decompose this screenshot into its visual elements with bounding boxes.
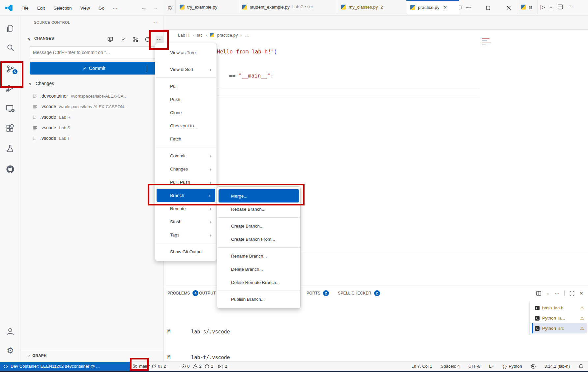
- menu-item-fetch[interactable]: Fetch: [155, 132, 217, 145]
- menu-edit[interactable]: Edit: [33, 4, 49, 12]
- change-row-devcontainer[interactable]: .devcontainer /workspaces/labs-ALEX-CA..: [20, 91, 163, 101]
- account-icon[interactable]: [5, 326, 15, 336]
- menu-item-clone[interactable]: Clone: [155, 106, 217, 119]
- change-row-vscode-2[interactable]: .vscode Lab R: [20, 112, 163, 122]
- cursor-position-item[interactable]: Ln 7, Col 1: [411, 364, 432, 369]
- changes-section-title[interactable]: CHANGES: [34, 36, 54, 40]
- branch-status-item[interactable]: main*: [132, 362, 150, 371]
- change-row-vscode-1[interactable]: .vscode /workspaces/labs-ALEX-CASSON-..: [20, 102, 163, 111]
- tab-fragment-st[interactable]: st: [517, 0, 538, 14]
- submenu-item-create-branch-from[interactable]: Create Branch From...: [217, 232, 300, 246]
- tab-try-example[interactable]: try_example.py: [176, 0, 238, 14]
- remote-explorer-icon[interactable]: [5, 104, 15, 113]
- tab-student-example[interactable]: student_example.py Lab G • src: [238, 0, 337, 14]
- menu-overflow-icon[interactable]: ⋯: [109, 4, 121, 12]
- eol-item[interactable]: LF: [489, 364, 494, 369]
- panel-more-actions-icon[interactable]: ⋯: [554, 290, 559, 296]
- terminal-list-item-python-1[interactable]: Python la... ⚠: [532, 313, 587, 323]
- menu-file[interactable]: File: [17, 4, 33, 12]
- run-and-debug-icon[interactable]: [5, 83, 15, 93]
- settings-gear-icon[interactable]: ⚙: [5, 346, 15, 356]
- create-branch-icon[interactable]: [132, 36, 139, 43]
- language-mode-item[interactable]: { }Python: [503, 364, 522, 369]
- menu-item-pull-push[interactable]: Pull, Push›: [155, 175, 217, 189]
- menu-go[interactable]: Go: [94, 4, 109, 12]
- extensions-icon[interactable]: [5, 124, 15, 134]
- menu-item-push[interactable]: Push: [155, 93, 217, 106]
- submenu-item-create-branch[interactable]: Create Branch...: [217, 219, 300, 232]
- changes-tree-root-label[interactable]: Changes: [36, 81, 54, 86]
- menu-item-view-as-tree[interactable]: View as Tree: [155, 46, 217, 59]
- submenu-item-merge[interactable]: Merge...: [219, 189, 299, 202]
- tab-practice-active[interactable]: practice.py ✕: [406, 0, 459, 14]
- forward-icon[interactable]: →: [151, 4, 160, 12]
- menu-view[interactable]: View: [76, 4, 94, 12]
- maximize-button[interactable]: [483, 0, 493, 15]
- breadcrumb-practice[interactable]: practice.py: [217, 33, 238, 38]
- close-window-button[interactable]: [504, 0, 514, 15]
- commit-check-icon[interactable]: ✓: [120, 36, 127, 43]
- source-control-icon[interactable]: 5: [5, 64, 15, 74]
- remote-indicator[interactable]: Dev Container: EEEN11202 devcontainer @ …: [0, 362, 130, 371]
- sync-status-item[interactable]: 0↓ 2↑: [152, 362, 168, 371]
- split-editor-icon[interactable]: [557, 4, 563, 10]
- problems-status-item[interactable]: 0 2 2: [181, 362, 213, 371]
- commit-message-input[interactable]: [30, 46, 158, 58]
- changes-more-actions-icon[interactable]: ⋯: [156, 36, 163, 44]
- commit-button[interactable]: ✓ Commit: [30, 62, 158, 75]
- terminal-list-item-python-src[interactable]: Python src ⚠: [532, 323, 587, 333]
- submenu-item-delete-remote-branch[interactable]: Delete Remote Branch...: [217, 276, 300, 289]
- change-row-vscode-4[interactable]: .vscode Lab T: [20, 133, 163, 143]
- changes-section-chevron-icon[interactable]: ∨: [28, 37, 31, 42]
- change-row-vscode-3[interactable]: .vscode Lab S: [20, 123, 163, 133]
- breadcrumb-src[interactable]: src: [197, 33, 202, 38]
- maximize-panel-icon[interactable]: [570, 291, 574, 296]
- commit-dropdown-split[interactable]: [147, 65, 147, 72]
- sidebar-more-actions-icon[interactable]: ⋯: [152, 18, 160, 27]
- submenu-item-rebase-branch[interactable]: Rebase Branch...: [217, 202, 300, 216]
- menu-item-show-git-output[interactable]: Show Git Output: [155, 245, 217, 258]
- tab-fragment-py[interactable]: py: [164, 0, 176, 14]
- breadcrumb-lab-h[interactable]: Lab H: [178, 33, 190, 38]
- changes-tree-chevron-icon[interactable]: ∨: [29, 81, 32, 86]
- run-dropdown-chevron-icon[interactable]: ⌄: [549, 5, 553, 9]
- menu-item-view-sort[interactable]: View & Sort›: [155, 63, 217, 76]
- submenu-item-delete-branch[interactable]: Delete Branch...: [217, 263, 300, 276]
- breadcrumb-symbol[interactable]: ...: [245, 33, 249, 38]
- menu-item-changes[interactable]: Changes›: [155, 162, 217, 175]
- panel-tab-spell-checker[interactable]: SPELL CHECKER 2: [338, 286, 380, 300]
- menu-item-commit[interactable]: Commit›: [155, 149, 217, 162]
- close-panel-icon[interactable]: ✕: [579, 291, 583, 296]
- split-dropdown-chevron-icon[interactable]: ⌄: [546, 291, 549, 295]
- menu-item-tags[interactable]: Tags›: [155, 228, 217, 241]
- menu-item-checkout-to[interactable]: Checkout to...: [155, 119, 217, 132]
- refresh-icon[interactable]: [144, 36, 151, 43]
- github-icon[interactable]: [5, 164, 15, 174]
- menu-item-remote[interactable]: Remote›: [155, 202, 217, 215]
- menu-selection[interactable]: Selection: [49, 4, 76, 12]
- indentation-item[interactable]: Spaces: 4: [441, 364, 460, 369]
- menu-item-stash[interactable]: Stash›: [155, 215, 217, 228]
- submenu-item-publish-branch[interactable]: Publish Branch...: [217, 293, 300, 306]
- editor-more-actions-icon[interactable]: ⋯: [568, 4, 573, 10]
- testing-beaker-icon[interactable]: [5, 144, 15, 154]
- menu-item-branch[interactable]: Branch›: [157, 189, 215, 202]
- explorer-icon[interactable]: [5, 24, 15, 34]
- python-interpreter-item[interactable]: 3.14.2 (lab-h): [544, 364, 570, 369]
- panel-tab-output[interactable]: OUTPUT: [199, 286, 216, 300]
- search-icon[interactable]: [5, 43, 15, 53]
- back-icon[interactable]: ←: [140, 4, 148, 12]
- split-terminal-icon[interactable]: [536, 291, 542, 296]
- scm-graph-view-icon[interactable]: [107, 36, 114, 43]
- panel-tab-problems[interactable]: PROBLEMS 4: [167, 286, 198, 300]
- copilot-status-icon[interactable]: [531, 364, 536, 369]
- notifications-bell-icon[interactable]: [578, 364, 583, 369]
- ports-status-item[interactable]: 2: [218, 362, 227, 371]
- tab-my-classes[interactable]: my_classes.py 2: [337, 0, 406, 14]
- encoding-item[interactable]: UTF-8: [468, 364, 481, 369]
- graph-section-header[interactable]: › GRAPH: [20, 349, 163, 361]
- run-python-file-icon[interactable]: ▷: [541, 4, 545, 11]
- terminal-list-item-bash[interactable]: bash lab-h ⚠: [532, 303, 587, 313]
- menu-item-pull[interactable]: Pull: [155, 79, 217, 93]
- minimize-button[interactable]: [463, 0, 473, 15]
